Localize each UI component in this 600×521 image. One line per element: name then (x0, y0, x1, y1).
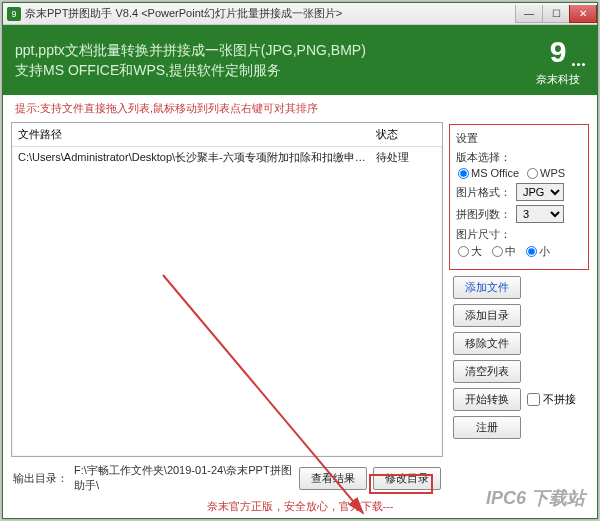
start-convert-button[interactable]: 开始转换 (453, 388, 521, 411)
size-label: 图片尺寸： (456, 227, 512, 242)
brand-logo: 9 奈末科技 (531, 33, 585, 87)
format-select[interactable]: JPG (516, 183, 564, 201)
header-line-2: 支持MS OFFICE和WPS,提供软件定制服务 (15, 60, 531, 80)
cols-select[interactable]: 3 (516, 205, 564, 223)
header-line-1: ppt,pptx文档批量转换并拼接成一张图片(JPG,PNG,BMP) (15, 40, 531, 60)
output-dir-path: F:\宇畅工作文件夹\2019-01-24\奈末PPT拼图助手\ (74, 463, 293, 493)
cols-label: 拼图列数： (456, 207, 512, 222)
header-banner: ppt,pptx文档批量转换并拼接成一张图片(JPG,PNG,BMP) 支持MS… (3, 25, 597, 95)
add-file-button[interactable]: 添加文件 (453, 276, 521, 299)
version-ms-radio[interactable]: MS Office (458, 167, 519, 179)
list-item-path: C:\Users\Administrator\Desktop\长沙聚丰-六项专项… (18, 150, 368, 165)
list-header: 文件路径 状态 (12, 123, 442, 147)
col-header-path: 文件路径 (18, 127, 368, 142)
version-label: 版本选择： (456, 150, 512, 165)
minimize-button[interactable]: — (515, 5, 543, 23)
view-result-button[interactable]: 查看结果 (299, 467, 367, 490)
register-button[interactable]: 注册 (453, 416, 521, 439)
close-button[interactable]: ✕ (569, 5, 597, 23)
col-header-status: 状态 (368, 127, 436, 142)
file-list[interactable]: 文件路径 状态 C:\Users\Administrator\Desktop\长… (11, 122, 443, 457)
remove-file-button[interactable]: 移除文件 (453, 332, 521, 355)
version-wps-radio[interactable]: WPS (527, 167, 565, 179)
settings-title: 设置 (456, 131, 582, 146)
size-medium-radio[interactable]: 中 (492, 244, 516, 259)
hint-text: 提示:支持文件直接拖入列表,鼠标移动到列表点右键可对其排序 (3, 95, 597, 118)
no-join-checkbox[interactable]: 不拼接 (527, 392, 576, 407)
maximize-button[interactable]: ☐ (542, 5, 570, 23)
app-icon: 9 (7, 7, 21, 21)
add-dir-button[interactable]: 添加目录 (453, 304, 521, 327)
size-small-radio[interactable]: 小 (526, 244, 550, 259)
footer-note: 奈末官方正版，安全放心，官方下载--- (3, 497, 597, 518)
titlebar: 9 奈末PPT拼图助手 V8.4 <PowerPoint幻灯片批量拼接成一张图片… (3, 3, 597, 25)
list-item-status: 待处理 (368, 150, 436, 165)
list-item[interactable]: C:\Users\Administrator\Desktop\长沙聚丰-六项专项… (12, 147, 442, 168)
size-large-radio[interactable]: 大 (458, 244, 482, 259)
brand-name: 奈末科技 (536, 72, 580, 87)
clear-list-button[interactable]: 清空列表 (453, 360, 521, 383)
output-dir-label: 输出目录： (13, 471, 68, 486)
format-label: 图片格式： (456, 185, 512, 200)
settings-panel: 设置 版本选择： MS Office WPS 图片格式： JPG 拼图列数： 3 (449, 124, 589, 270)
modify-dir-button[interactable]: 修改目录 (373, 467, 441, 490)
window-title: 奈末PPT拼图助手 V8.4 <PowerPoint幻灯片批量拼接成一张图片> (25, 6, 516, 21)
